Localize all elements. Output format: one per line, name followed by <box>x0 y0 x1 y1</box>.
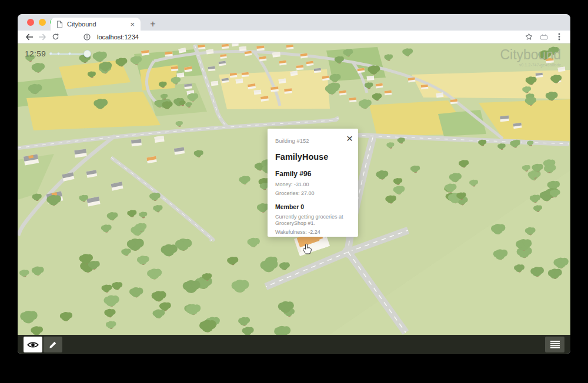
family-heading: Family #96 <box>275 170 350 178</box>
slider-tick <box>57 52 60 55</box>
building-id-label: Building #152 <box>275 137 309 144</box>
building-type-title: FamilyHouse <box>275 152 350 162</box>
site-info-icon[interactable] <box>81 31 93 43</box>
family-groceries: Groceries: 27.00 <box>275 190 353 197</box>
forward-button[interactable] <box>36 31 49 43</box>
extension-icon[interactable] <box>537 31 550 43</box>
new-tab-button[interactable]: + <box>146 17 160 31</box>
game-clock: 12:59 <box>25 49 46 58</box>
panel-close-button[interactable]: × <box>346 133 353 144</box>
member0-wakefulness: Wakefulness: -2.24 <box>275 229 353 236</box>
desktop: Citybound × + localhost:1234 <box>0 0 588 383</box>
building-info-panel: Building #152 × FamilyHouse Family #96 M… <box>268 129 358 237</box>
slider-tick <box>49 52 52 55</box>
bookmark-star-button[interactable] <box>522 31 535 43</box>
slider-tick <box>68 52 71 55</box>
member0-activity: Currently getting groceries at GrocerySh… <box>275 214 353 227</box>
member0-heading: Member 0 <box>275 203 350 210</box>
browser-toolbar: localhost:1234 <box>18 31 570 43</box>
browser-menu-button[interactable] <box>553 31 566 43</box>
browser-window: Citybound × + localhost:1234 <box>18 14 570 354</box>
back-button[interactable] <box>23 31 36 43</box>
time-hud: 12:59 <box>25 49 90 58</box>
inspect-tool-button[interactable] <box>24 337 42 352</box>
tab-title: Citybound <box>67 21 129 28</box>
game-viewport[interactable]: 12:59 Citybound v0.1.2-747-ge45a8bdc Bui… <box>18 43 570 335</box>
browser-tab[interactable]: Citybound × <box>51 18 141 31</box>
game-toolbar <box>18 335 570 354</box>
tab-close-button[interactable]: × <box>129 20 136 29</box>
window-close-button[interactable] <box>27 19 34 26</box>
page-favicon-icon <box>56 21 63 28</box>
window-minimize-button[interactable] <box>39 19 46 26</box>
time-speed-slider[interactable] <box>50 50 90 58</box>
family-money: Money: -31.00 <box>275 182 353 189</box>
edit-tool-button[interactable] <box>44 337 62 352</box>
game-menu-button[interactable] <box>545 337 564 352</box>
reload-button[interactable] <box>49 31 62 43</box>
slider-thumb[interactable] <box>83 50 91 58</box>
address-bar[interactable]: localhost:1234 <box>97 33 522 41</box>
tab-strip: Citybound × + <box>18 14 570 31</box>
